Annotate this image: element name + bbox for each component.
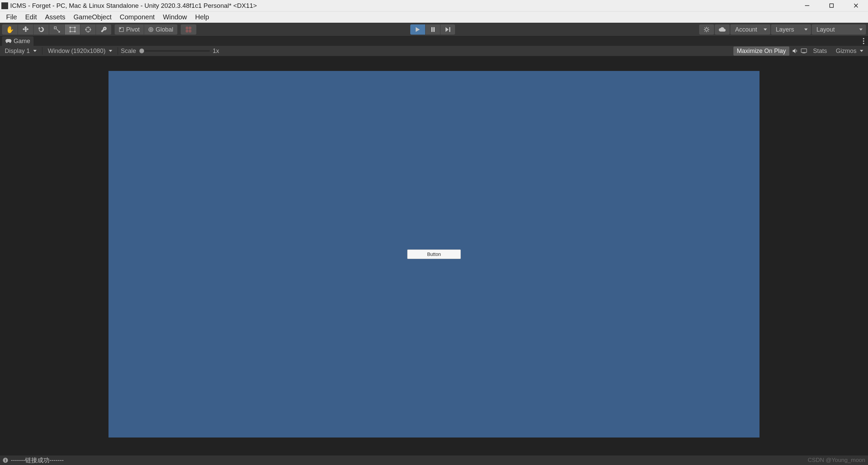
svg-point-17	[705, 28, 708, 31]
game-viewport-area: Button	[0, 56, 868, 455]
play-controls	[410, 24, 455, 35]
layers-dropdown-label: Layers	[776, 26, 794, 33]
collab-button[interactable]	[699, 24, 714, 35]
stats-toggle[interactable]: Stats	[810, 46, 830, 56]
menu-assets[interactable]: Assets	[41, 12, 70, 22]
svg-point-12	[120, 28, 121, 29]
menu-file[interactable]: File	[2, 12, 21, 22]
menu-help[interactable]: Help	[191, 12, 213, 22]
multi-icon	[85, 26, 92, 33]
panel-tab-strip: Game	[0, 36, 868, 46]
scale-label: Scale	[121, 48, 136, 55]
menu-gameobject[interactable]: GameObject	[70, 12, 116, 22]
global-toggle[interactable]: Global	[144, 24, 177, 35]
cloud-button[interactable]	[715, 24, 730, 35]
move-icon	[22, 26, 29, 33]
separator	[42, 47, 42, 55]
snap-toggle[interactable]	[181, 24, 196, 35]
display-dropdown-label: Display 1	[5, 48, 30, 55]
window-close-button[interactable]	[844, 0, 868, 11]
tab-menu-button[interactable]	[861, 36, 866, 46]
cloud-icon	[718, 27, 726, 32]
play-icon	[415, 27, 420, 32]
rotate-tool-button[interactable]	[33, 24, 49, 35]
window-maximize-button[interactable]	[819, 0, 844, 11]
chevron-down-icon	[860, 50, 863, 52]
menu-window[interactable]: Window	[159, 12, 191, 22]
svg-rect-14	[431, 27, 433, 32]
transform-tool-group: ✋	[2, 24, 111, 35]
globe-icon	[148, 27, 154, 32]
maximize-icon	[829, 3, 834, 8]
vsync-icon[interactable]	[801, 48, 807, 54]
handle-mode-group: Pivot Global	[115, 24, 177, 35]
scale-slider[interactable]	[139, 50, 210, 52]
multi-tool-button[interactable]	[80, 24, 96, 35]
tab-game[interactable]: Game	[2, 36, 34, 46]
layers-dropdown[interactable]: Layers	[771, 24, 811, 35]
menu-edit[interactable]: Edit	[21, 12, 41, 22]
pause-button[interactable]	[425, 24, 440, 35]
watermark-text: CSDN @Young_moon	[808, 457, 865, 464]
main-toolbar: ✋ Pivot	[0, 23, 868, 36]
svg-rect-1	[830, 4, 833, 7]
pivot-toggle-label: Pivot	[126, 26, 140, 33]
menu-component[interactable]: Component	[116, 12, 159, 22]
svg-point-6	[70, 27, 71, 28]
svg-rect-5	[70, 27, 75, 32]
watermark: CSDN @Young_moon	[808, 457, 865, 464]
rotate-icon	[38, 26, 45, 33]
menu-bar: File Edit Assets GameObject Component Wi…	[0, 11, 868, 23]
aspect-dropdown-label: Window (1920x1080)	[48, 48, 105, 55]
svg-point-7	[74, 27, 76, 28]
chevron-down-icon	[859, 29, 863, 31]
gamepad-icon	[5, 39, 12, 43]
chevron-down-icon	[33, 50, 37, 52]
svg-point-9	[74, 31, 76, 32]
pivot-toggle[interactable]: Pivot	[115, 24, 144, 35]
hand-tool-button[interactable]: ✋	[2, 24, 18, 35]
unity-app-icon	[1, 2, 8, 9]
snap-icon	[185, 26, 192, 33]
aspect-dropdown[interactable]: Window (1920x1080)	[45, 48, 115, 55]
window-minimize-button[interactable]	[795, 0, 819, 11]
window-title: ICMS - Forget - PC, Mac & Linux Standalo…	[10, 2, 257, 10]
layout-dropdown[interactable]: Layout	[812, 24, 866, 35]
gizmos-dropdown[interactable]: Gizmos	[833, 48, 866, 55]
info-icon	[3, 458, 8, 463]
svg-rect-18	[801, 49, 807, 53]
gear-icon	[703, 26, 710, 33]
chevron-down-icon	[109, 50, 112, 52]
chevron-down-icon	[804, 29, 808, 31]
close-icon	[853, 3, 859, 8]
minimize-icon	[804, 3, 810, 8]
scene-ui-button[interactable]: Button	[407, 249, 461, 259]
status-bar: -------链接成功------- CSDN @Young_moon	[0, 455, 868, 465]
svg-rect-16	[449, 27, 450, 32]
account-dropdown[interactable]: Account	[730, 24, 770, 35]
svg-rect-4	[54, 27, 56, 29]
play-button[interactable]	[410, 24, 425, 35]
scale-icon	[54, 26, 60, 33]
pivot-icon	[119, 27, 124, 32]
wrench-icon	[100, 26, 107, 33]
mute-audio-icon[interactable]	[792, 48, 798, 54]
game-canvas[interactable]: Button	[108, 71, 760, 438]
slider-thumb[interactable]	[139, 49, 144, 53]
scale-tool-button[interactable]	[49, 24, 64, 35]
svg-rect-15	[433, 27, 435, 32]
chevron-down-icon	[764, 29, 767, 31]
scale-value: 1x	[213, 48, 219, 55]
status-message: -------链接成功-------	[11, 456, 64, 464]
maximize-on-play-toggle[interactable]: Maximize On Play	[733, 46, 789, 56]
rect-icon	[69, 26, 76, 33]
rect-tool-button[interactable]	[64, 24, 80, 35]
game-view-control-bar: Display 1 Window (1920x1080) Scale 1x Ma…	[0, 46, 868, 56]
step-icon	[445, 27, 451, 32]
svg-rect-22	[5, 459, 6, 460]
svg-point-8	[70, 31, 71, 32]
custom-tool-button[interactable]	[96, 24, 111, 35]
move-tool-button[interactable]	[18, 24, 33, 35]
display-dropdown[interactable]: Display 1	[2, 48, 39, 55]
step-button[interactable]	[440, 24, 455, 35]
